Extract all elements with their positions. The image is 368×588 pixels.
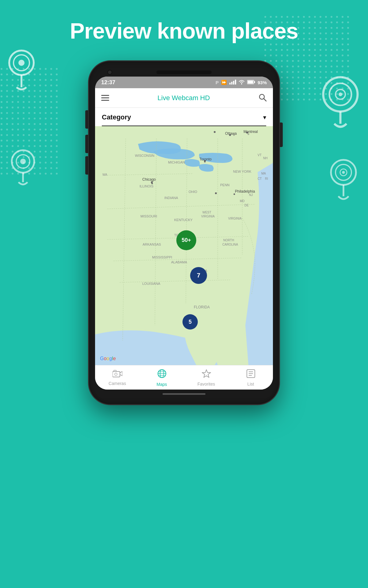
google-logo: Google	[100, 356, 116, 361]
svg-rect-20	[233, 81, 234, 85]
pin-left-top-icon	[3, 47, 40, 93]
phone-notch	[95, 67, 273, 77]
nav-label-maps: Maps	[156, 382, 167, 387]
svg-point-9	[20, 159, 26, 164]
svg-point-13	[339, 92, 342, 96]
svg-rect-19	[231, 82, 232, 85]
cluster-count-5: 5	[189, 319, 192, 325]
svg-point-4	[9, 51, 34, 75]
cluster-count-50plus: 50+	[182, 237, 191, 243]
dot-grid-left	[0, 67, 61, 175]
nav-item-maps[interactable]: Maps	[150, 369, 174, 387]
svg-text:NEW YORK: NEW YORK	[233, 170, 251, 173]
status-time: 12:37	[101, 79, 115, 86]
menu-button[interactable]	[101, 95, 109, 101]
cluster-count-7: 7	[197, 272, 200, 279]
svg-point-14	[331, 160, 356, 185]
pin-left-mid-icon	[6, 147, 40, 190]
svg-point-16	[340, 169, 347, 176]
google-g2: g	[109, 356, 112, 361]
svg-rect-21	[235, 80, 236, 85]
svg-text:Ottawa: Ottawa	[225, 131, 237, 136]
camera-icon	[113, 370, 122, 380]
category-label: Category	[102, 113, 131, 121]
svg-text:MICHIGAN: MICHIGAN	[168, 160, 185, 164]
svg-rect-24	[247, 81, 253, 83]
hamburger-line-3	[101, 100, 109, 101]
svg-point-39	[215, 192, 217, 194]
page-header-text: Preview known places	[0, 18, 368, 43]
svg-point-49	[204, 161, 206, 163]
svg-rect-84	[113, 371, 120, 377]
nav-item-favorites[interactable]: Favorites	[194, 369, 219, 386]
map-cluster-50plus[interactable]: 50+	[176, 230, 196, 250]
status-bar: 12:37 P ⏩	[95, 77, 273, 88]
svg-text:ILLINOIS: ILLINOIS	[140, 184, 153, 188]
svg-point-51	[151, 183, 153, 184]
svg-text:CAROLINA: CAROLINA	[222, 243, 238, 246]
svg-point-8	[16, 155, 30, 168]
hamburger-line-1	[101, 95, 109, 96]
svg-point-43	[214, 131, 216, 133]
svg-text:MA: MA	[261, 172, 266, 175]
svg-point-12	[335, 89, 345, 99]
category-dropdown[interactable]: Category ▾	[102, 113, 266, 126]
svg-text:CT: CT	[258, 177, 262, 180]
globe-icon	[157, 369, 167, 381]
nav-label-cameras: Cameras	[109, 381, 126, 386]
svg-rect-23	[254, 81, 255, 83]
svg-point-15	[335, 164, 351, 180]
search-button[interactable]	[258, 93, 267, 103]
svg-point-5	[13, 55, 29, 71]
pin-right-top-icon	[316, 74, 365, 135]
map-container[interactable]: Ottawa Montreal Toronto Chicago Philadel…	[95, 126, 273, 365]
svg-text:KENTUCKY: KENTUCKY	[174, 218, 193, 222]
phone-device: 12:37 P ⏩	[89, 61, 279, 404]
svg-point-17	[342, 171, 345, 174]
app-header: Live Webcam HD	[95, 88, 273, 108]
svg-text:VIRGINIA: VIRGINIA	[201, 215, 215, 218]
svg-text:RI: RI	[265, 177, 268, 180]
star-icon	[202, 369, 211, 380]
svg-point-6	[18, 60, 25, 66]
google-g: G	[100, 356, 104, 361]
chevron-down-icon: ▾	[263, 114, 266, 121]
battery-percent: 93%	[258, 80, 267, 85]
map-cluster-7[interactable]: 7	[190, 267, 207, 284]
svg-text:PENN: PENN	[220, 183, 230, 187]
svg-rect-18	[229, 83, 231, 85]
svg-text:WEST: WEST	[202, 211, 211, 214]
nav-item-list[interactable]: List	[239, 369, 263, 386]
svg-text:DE: DE	[244, 204, 249, 207]
svg-text:Montreal: Montreal	[243, 130, 258, 134]
map-cluster-5[interactable]: 5	[182, 314, 198, 330]
svg-text:LOUISIANA: LOUISIANA	[142, 282, 160, 285]
list-icon	[246, 369, 255, 380]
app-title: Live Webcam HD	[158, 94, 210, 102]
svg-text:Toronto: Toronto	[199, 157, 212, 161]
svg-rect-87	[114, 370, 116, 371]
nav-item-cameras[interactable]: Cameras	[105, 370, 130, 386]
phone-screen: 12:37 P ⏩	[95, 77, 273, 390]
svg-text:Philadelphia: Philadelphia	[235, 189, 255, 194]
svg-point-11	[329, 83, 351, 105]
phone-speaker	[156, 70, 212, 74]
svg-point-7	[12, 150, 34, 172]
nav-label-favorites: Favorites	[197, 382, 215, 386]
svg-text:OHIO: OHIO	[189, 190, 197, 194]
svg-text:MD: MD	[240, 199, 245, 203]
battery-icon	[247, 80, 255, 85]
google-e: e	[113, 356, 116, 361]
phone-outer-shell: 12:37 P ⏩	[89, 61, 279, 404]
notification-icon-nav: ⏩	[221, 80, 227, 85]
svg-point-86	[115, 373, 117, 375]
hamburger-line-2	[101, 97, 109, 98]
svg-text:MISSOURI: MISSOURI	[140, 214, 157, 218]
status-icons: P ⏩	[216, 80, 267, 85]
svg-text:NH: NH	[263, 156, 267, 160]
svg-text:VIRGINIA: VIRGINIA	[228, 217, 242, 220]
wifi-icon	[239, 80, 245, 85]
svg-rect-3	[0, 67, 61, 175]
svg-text:MISSISSIPPI: MISSISSIPPI	[152, 255, 172, 259]
bottom-navigation: Cameras Maps	[95, 365, 273, 390]
